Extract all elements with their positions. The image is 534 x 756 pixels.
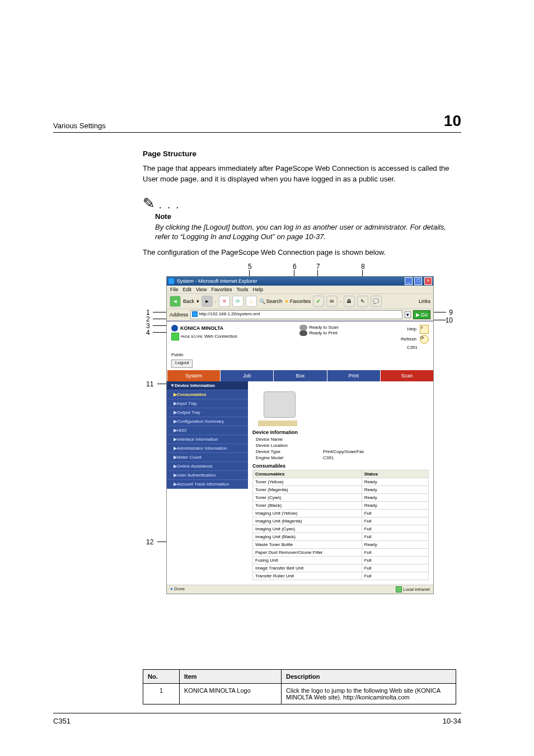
table-row: Waste Toner BottleReady: [253, 540, 429, 548]
sidebar-item-admin[interactable]: ▶Administrator Information: [167, 444, 248, 452]
browser-window: System - Microsoft Internet Explorer _ □…: [166, 276, 434, 594]
back-button[interactable]: ◄: [170, 296, 181, 307]
table-row: Imaging Unit (Magenta)Full: [253, 517, 429, 525]
tab-print[interactable]: Print: [327, 370, 380, 381]
favorites-label[interactable]: Favorites: [290, 298, 311, 304]
menu-edit[interactable]: Edit: [183, 287, 192, 292]
ie-icon: [168, 278, 175, 284]
address-dropdown[interactable]: ▾: [405, 311, 411, 318]
footer-page: 10-34: [443, 717, 461, 725]
callout-5: 5: [248, 263, 252, 270]
back-label[interactable]: Back: [183, 298, 194, 304]
col-no: No.: [143, 669, 180, 683]
km-logo-icon: [171, 325, 178, 332]
refresh-page-icon[interactable]: ⟳: [420, 335, 429, 344]
edit-button[interactable]: ✎: [357, 296, 368, 307]
callouts-top: 5 6 7 8: [143, 263, 456, 273]
table-row: Toner (Magenta)Ready: [253, 486, 429, 493]
consumables-header: Consumables: [252, 463, 429, 469]
sidebar-item-input-tray[interactable]: ▶Input Tray: [167, 399, 248, 408]
table-row: Toner (Cyan)Ready: [253, 493, 429, 501]
mail-button[interactable]: ✉: [326, 296, 338, 307]
main-panel: Device Information Device Name Device Lo…: [248, 381, 433, 585]
go-button[interactable]: ▶ Go: [413, 310, 430, 319]
discuss-button[interactable]: 💬: [371, 296, 382, 307]
refresh-button[interactable]: ⟳: [232, 296, 243, 307]
links-label[interactable]: Links: [419, 298, 430, 304]
sidebar-item-online-assist[interactable]: ▶Online Assistance: [167, 461, 248, 470]
help-label: Help: [407, 326, 416, 332]
login-mode: Public: [171, 352, 184, 357]
logout-button[interactable]: Logout: [171, 360, 193, 368]
menu-tools[interactable]: Tools: [236, 287, 248, 292]
pagescope-name: Web Connection: [204, 334, 237, 339]
tab-box[interactable]: Box: [273, 370, 326, 381]
window-title: System - Microsoft Internet Explorer: [177, 278, 257, 284]
table-row: Image Transfer Belt UnitFull: [253, 564, 429, 572]
table-row: Toner (Yellow)Ready: [253, 478, 429, 486]
table-row: Toner (Black)Ready: [253, 501, 429, 509]
minimize-button[interactable]: _: [405, 277, 413, 285]
sidebar-item-account-track[interactable]: ▶Account Track Information: [167, 479, 248, 488]
col-consumables: Consumables: [253, 470, 362, 478]
back-dropdown[interactable]: ▾: [196, 298, 199, 304]
search-icon[interactable]: 🔍: [259, 298, 265, 304]
sidebar-header[interactable]: ▼Device Information: [167, 381, 248, 390]
menu-file[interactable]: File: [170, 287, 179, 292]
callout-9: 9: [449, 309, 453, 316]
scanner-icon: [299, 325, 307, 330]
km-logo[interactable]: KONICA MINOLTA: [171, 325, 237, 332]
pagescope-logo: PAGE SCOPE Web Connection: [171, 333, 237, 340]
titlebar[interactable]: System - Microsoft Internet Explorer _ □…: [167, 277, 433, 286]
pagescope-icon: [171, 333, 179, 340]
item-table: No. Item Description 1 KONICA MINOLTA Lo…: [143, 669, 456, 704]
close-button[interactable]: ×: [424, 277, 432, 285]
devinfo-row: Device TypePrint/Copy/Scan/Fax: [252, 449, 429, 455]
tab-job[interactable]: Job: [220, 370, 273, 381]
cell-item: KONICA MINOLTA Logo: [180, 683, 282, 704]
page-header: Various Settings 10: [53, 112, 461, 133]
devinfo-row: Device Name: [252, 436, 429, 442]
status-bar: ● Done Local intranet: [167, 585, 433, 594]
sidebar-item-user-auth[interactable]: ▶User Authentication: [167, 470, 248, 479]
status-done: Done: [174, 586, 185, 591]
note-dots: . . .: [155, 202, 181, 210]
menu-favorites[interactable]: Favorites: [211, 287, 232, 292]
cell-no: 1: [143, 683, 180, 704]
home-button[interactable]: ⌂: [246, 296, 257, 307]
favorites-icon[interactable]: ★: [284, 298, 289, 304]
sidebar-item-hdd[interactable]: ▶HDD: [167, 426, 248, 435]
address-input[interactable]: http://192.168.1.20/system.xml: [190, 310, 402, 319]
sidebar-item-output-tray[interactable]: ▶Output Tray: [167, 408, 248, 417]
note-body: By clicking the [Logout] button, you can…: [155, 222, 456, 242]
main-tabs: System Job Box Print Scan: [167, 370, 433, 381]
printer-icon: [299, 330, 307, 336]
menu-bar[interactable]: File Edit View Favorites Tools Help: [167, 286, 433, 294]
menu-view[interactable]: View: [196, 287, 207, 292]
sidebar-item-meter[interactable]: ▶Meter Count: [167, 452, 248, 461]
menu-help[interactable]: Help: [252, 287, 263, 292]
stop-button[interactable]: ✕: [219, 296, 230, 307]
sidebar-item-interface[interactable]: ▶Interface Information: [167, 435, 248, 444]
search-label[interactable]: Search: [266, 298, 283, 304]
address-url: http://192.168.1.20/system.xml: [199, 311, 260, 316]
chapter-number: 10: [444, 112, 461, 130]
table-row: Imaging Unit (Yellow)Full: [253, 509, 429, 517]
maximize-button[interactable]: □: [414, 277, 422, 285]
callout-6: 6: [293, 263, 297, 270]
col-desc: Description: [282, 669, 456, 683]
callout-4: 4: [146, 329, 150, 337]
sidebar-item-config-summary[interactable]: ▶Configuration Summary: [167, 417, 248, 426]
print-button[interactable]: 🖶: [344, 296, 355, 307]
help-icon[interactable]: ?: [420, 325, 429, 334]
sidebar: ▼Device Information ▶Consumables ▶Input …: [167, 381, 248, 585]
forward-button[interactable]: ►: [202, 296, 213, 307]
consumables-table: Consumables Status Toner (Yellow)Ready T…: [252, 470, 429, 580]
sidebar-item-consumables[interactable]: ▶Consumables: [167, 390, 248, 399]
km-logo-text: KONICA MINOLTA: [180, 325, 223, 331]
tab-system[interactable]: System: [167, 370, 220, 381]
tab-scan[interactable]: Scan: [380, 370, 433, 381]
history-button[interactable]: ✔: [313, 296, 324, 307]
col-status: Status: [362, 470, 428, 478]
done-icon: ●: [170, 586, 173, 591]
